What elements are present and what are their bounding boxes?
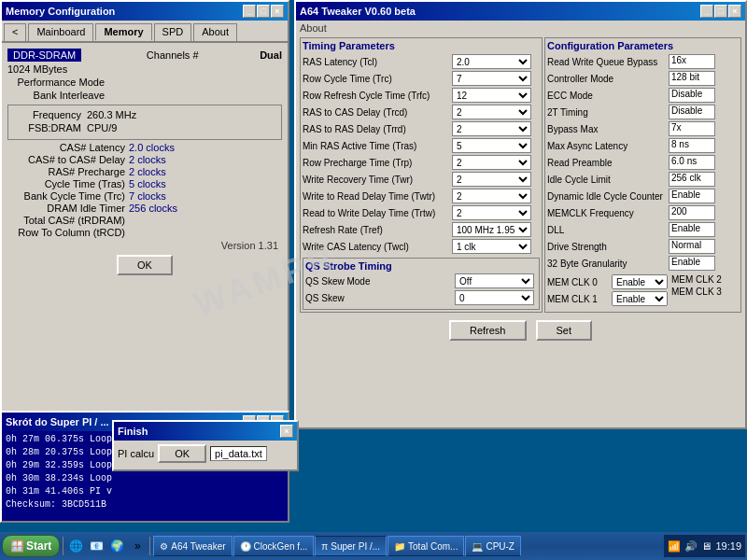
config-row-9: MEMCLK Frequency200 <box>547 205 739 220</box>
tab-spd[interactable]: SPD <box>154 23 192 41</box>
timing-select-8[interactable]: 2 <box>452 189 531 203</box>
row-to-col-row: Row To Column (tRCD) <box>7 227 282 238</box>
pi-calc-label: PI calcu <box>118 448 154 459</box>
refresh-button[interactable]: Refresh <box>449 320 527 341</box>
timing-row-3: RAS to CAS Delay (Trcd)2 <box>303 105 540 119</box>
mem-clk-1-label: MEM CLK 1 <box>547 294 608 304</box>
tweaker-title: A64 Tweaker V0.60 beta <box>300 6 416 17</box>
memtest-checksum: Checksum: 3BCD511B <box>6 498 284 511</box>
start-button[interactable]: 🪟 Start <box>2 535 60 557</box>
taskbar-btn-superpi[interactable]: π Super PI /... <box>315 536 387 556</box>
timing-select-1[interactable]: 7 <box>452 71 531 86</box>
cas-to-cas-row: CAS# to CAS# Delay 2 clocks <box>7 154 282 165</box>
config-label-8: Dynamic Idle Cycle Counter <box>547 191 669 202</box>
taskbar-separator-2 <box>149 537 150 555</box>
qs-skew-mode-label: QS Skew Mode <box>305 276 455 287</box>
memtest-line-4: 0h 31m 41.406s PI v <box>6 485 284 498</box>
bank-cycle-label: Bank Cycle Time (Trc) <box>7 190 129 202</box>
timing-label-7: Write Recovery Time (Twr) <box>303 175 452 185</box>
main-window: Memory Configuration _ □ × < Mainboard M… <box>0 0 289 420</box>
ok-button[interactable]: OK <box>117 255 173 275</box>
quick-icon-0[interactable]: 🌐 <box>66 537 85 555</box>
timing-select-10[interactable]: 100 MHz 1.95us * <box>452 222 531 237</box>
config-row-5: Max Async Latency8 ns <box>547 138 739 153</box>
config-value-5: 8 ns <box>669 138 715 153</box>
timing-select-0[interactable]: 2.0 <box>452 54 531 69</box>
timing-select-7[interactable]: 2 <box>452 172 531 187</box>
ras-precharge-label: RAS# Precharge <box>7 166 129 177</box>
quick-icon-2[interactable]: 🌍 <box>107 537 126 555</box>
timing-row-0: RAS Latency (Tcl)2.0 <box>303 54 540 69</box>
size-label: 1024 MBytes <box>7 63 67 75</box>
config-value-1: 128 bit <box>669 71 715 86</box>
two-col-layout: Timing Parameters RAS Latency (Tcl)2.0Ro… <box>300 37 741 313</box>
bank-cycle-row: Bank Cycle Time (Trc) 7 clocks <box>7 190 282 202</box>
tweaker-maximize-button[interactable]: □ <box>714 5 727 18</box>
timing-select-4[interactable]: 2 <box>452 121 531 136</box>
timing-row-1: Row Cycle Time (Trc)7 <box>303 71 540 86</box>
mem-clk-1-select[interactable]: Enable <box>612 291 668 306</box>
mem-clk-3-row: MEM CLK 3 <box>671 287 732 297</box>
config-value-8: Enable <box>669 189 715 203</box>
start-label[interactable]: Start <box>26 539 51 553</box>
qs-skew-mode-select[interactable]: Off <box>455 273 534 288</box>
config-label-9: MEMCLK Frequency <box>547 208 669 218</box>
pi-close-button[interactable]: × <box>280 425 293 438</box>
minimize-button[interactable]: _ <box>243 5 256 18</box>
quick-icon-3[interactable]: » <box>128 537 147 555</box>
mem-clk-0-select[interactable]: Enable <box>612 274 668 289</box>
timing-label-10: Refresh Rate (Tref) <box>303 225 452 235</box>
tab-mainboard[interactable]: Mainboard <box>28 23 93 41</box>
qs-skew-row: QS Skew 0 <box>305 290 537 305</box>
maximize-button[interactable]: □ <box>257 5 270 18</box>
qs-skew-label: QS Skew <box>305 293 455 303</box>
row-to-col-label: Row To Column (tRCD) <box>7 227 129 238</box>
tray-icon-2: 🖥 <box>701 540 712 552</box>
tab-memory[interactable]: Memory <box>95 23 151 41</box>
tab-about[interactable]: About <box>193 23 237 41</box>
timing-select-9[interactable]: 2 <box>452 205 531 220</box>
cas-to-cas-value: 2 clocks <box>129 154 166 165</box>
tweaker-close-button[interactable]: × <box>728 5 741 18</box>
memtest-title-text: Skrót do Super PI / ... <box>6 416 109 427</box>
timing-select-11[interactable]: 1 clk <box>452 239 531 254</box>
timing-label-9: Read to Write Delay Time (Trtw) <box>303 208 452 218</box>
config-label-10: DLL <box>547 225 669 235</box>
timing-select-3[interactable]: 2 <box>452 105 531 119</box>
taskbar: 🪟 Start 🌐 📧 🌍 » ⚙ A64 Tweaker 🕐 ClockGen… <box>0 532 747 560</box>
freq-row: Frequency 260.3 MHz <box>12 109 277 120</box>
timing-row-4: RAS to RAS Delay (Trrd)2 <box>303 121 540 136</box>
config-label-4: Bypass Max <box>547 124 669 134</box>
timing-row-8: Write to Read Delay Time (Twtr)2 <box>303 189 540 203</box>
pi-ok-button[interactable]: OK <box>158 444 206 463</box>
taskbar-btn-cpuz[interactable]: 💻 CPU-Z <box>465 536 521 556</box>
close-button[interactable]: × <box>271 5 284 18</box>
timing-row-11: Write CAS Latency (Twcl)1 clk <box>303 239 540 254</box>
taskbar-btn-a64[interactable]: ⚙ A64 Tweaker <box>153 536 232 556</box>
cas-latency-value: 2.0 clocks <box>129 142 175 153</box>
channels-value: Dual <box>260 49 282 61</box>
timing-label-8: Write to Read Delay Time (Twtr) <box>303 191 452 202</box>
taskbar-btn-totalcom[interactable]: 📁 Total Com... <box>388 536 464 556</box>
mem-clk-0-row: MEM CLK 0 Enable <box>547 274 668 289</box>
qs-skew-select[interactable]: 0 <box>455 290 534 305</box>
config-label-5: Max Async Latency <box>547 141 669 151</box>
timing-select-2[interactable]: 12 <box>452 88 531 103</box>
tab-back[interactable]: < <box>4 23 26 41</box>
set-button[interactable]: Set <box>536 320 593 341</box>
timing-select-6[interactable]: 2 <box>452 155 531 170</box>
total-cas-label: Total CAS# (tRDRAM) <box>7 215 129 226</box>
channels-row: DDR-SDRAM Channels # Dual <box>7 49 282 62</box>
timing-select-5[interactable]: 5 <box>452 138 531 153</box>
quick-icon-1[interactable]: 📧 <box>87 537 106 555</box>
taskbar-btn-clockgen[interactable]: 🕐 ClockGen f... <box>233 536 315 556</box>
taskbar-btn-cpuz-label: CPU-Z <box>486 541 514 552</box>
tweaker-minimize-button[interactable]: _ <box>700 5 713 18</box>
dram-idle-row: DRAM Idle Timer 256 clocks <box>7 203 282 214</box>
taskbar-btn-a64-icon: ⚙ <box>160 541 168 552</box>
taskbar-quick-icons: 🌐 📧 🌍 » <box>66 537 147 555</box>
config-value-7: 256 clk <box>669 172 715 187</box>
channels-label: Channels # <box>147 49 199 61</box>
timing-row-2: Row Refresh Cycle Time (Trfc)12 <box>303 88 540 103</box>
ras-precharge-value: 2 clocks <box>129 166 166 177</box>
